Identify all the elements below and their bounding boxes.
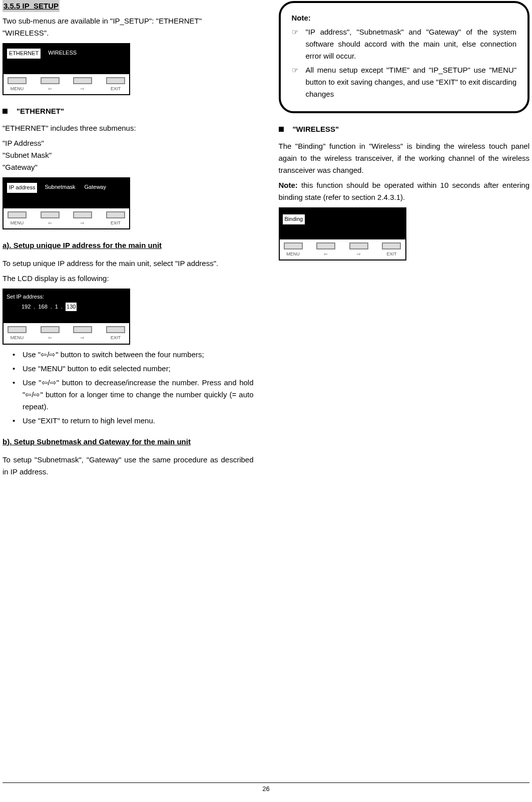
lcd-button-icon	[106, 211, 125, 218]
lcd-label-row: MENU ⇦ ⇨ EXIT	[280, 249, 405, 259]
bullet-item: Use "⇦/⇨" button to switch between the f…	[13, 349, 254, 361]
wireless-heading: "WIRELESS"	[279, 123, 530, 135]
ethernet-sub3: "Gateway"	[3, 161, 254, 173]
page-number: 26	[262, 785, 269, 792]
lcd-exit-label: EXIT	[382, 250, 401, 257]
tab-gateway: Gateway	[83, 182, 108, 192]
lcd-button-icon	[73, 326, 92, 333]
lcd-screen: Binding	[280, 208, 405, 239]
lcd-button-row	[4, 74, 129, 84]
lcd-button-row	[280, 239, 405, 249]
lcd-menu-label: MENU	[284, 250, 303, 257]
lcd-label-row: MENU ⇦ ⇨ EXIT	[4, 333, 129, 343]
lcd-button-icon	[41, 326, 60, 333]
note-item: All menu setup except "TIME" and "IP_SET…	[292, 64, 517, 100]
intro-text-2: "WIRELESS".	[3, 29, 49, 37]
bullet-item: Use "MENU" button to edit selected numbe…	[13, 363, 254, 375]
ethernet-heading-text: "ETHERNET"	[17, 105, 64, 117]
note-box: Note: "IP address", "Subnetmask" and "Ga…	[279, 1, 530, 113]
lcd-button-icon	[8, 211, 27, 218]
lcd-screen: IP address Subnetmask Gateway	[4, 178, 129, 208]
lcd-left-arrow-icon: ⇦	[316, 250, 335, 257]
left-column: 3.5.5 IP_SETUP Two sub-menus are availab…	[3, 0, 254, 481]
lcd-tabs: ETHERNET WIRELESS	[7, 48, 79, 59]
wireless-para: The "Binding" function in "Wireless" is …	[279, 140, 530, 176]
ip-screen-content: Set IP address: 192. 168. 1. 130	[7, 293, 126, 311]
lcd-left-arrow-icon: ⇦	[41, 334, 60, 341]
binding-label: Binding	[283, 214, 305, 224]
para-a2: The LCD display is as following:	[3, 273, 254, 285]
lcd-left-arrow-icon: ⇦	[41, 85, 60, 92]
lcd-tabs: IP address Subnetmask Gateway	[7, 182, 108, 193]
bullet-item: Use "⇦/⇨" button to decrease/increase th…	[13, 377, 254, 413]
ip-octet-1: 192	[22, 303, 31, 312]
lcd-button-icon	[73, 211, 92, 218]
lcd-button-icon	[41, 77, 60, 84]
ethernet-sub1: "IP Address"	[3, 137, 254, 149]
lcd-button-icon	[316, 242, 335, 249]
lcd-right-arrow-icon: ⇨	[73, 85, 92, 92]
lcd-button-icon	[284, 242, 303, 249]
lcd-label-row: MENU ⇦ ⇨ EXIT	[4, 84, 129, 94]
tab-ethernet: ETHERNET	[7, 48, 41, 59]
lcd-button-icon	[8, 77, 27, 84]
tab-subnetmask: Subnetmask	[43, 182, 77, 192]
lcd-button-icon	[106, 326, 125, 333]
ip-octet-4-selected: 130	[66, 303, 77, 312]
wireless-heading-text: "WIRELESS"	[293, 123, 339, 135]
lcd-button-icon	[382, 242, 401, 249]
intro-paragraph: Two sub-menus are available in "IP_SETUP…	[3, 15, 254, 39]
wireless-note-label: Note:	[279, 181, 298, 189]
ip-row: 192. 168. 1. 130	[22, 303, 126, 312]
lcd-button-icon	[349, 242, 368, 249]
page-container: 3.5.5 IP_SETUP Two sub-menus are availab…	[0, 0, 532, 802]
ip-octet-3: 1	[55, 303, 58, 312]
wireless-note-para: Note: this function should be operated w…	[279, 179, 530, 203]
lcd-screen: Set IP address: 192. 168. 1. 130	[4, 290, 129, 323]
lcd-left-arrow-icon: ⇦	[41, 219, 60, 226]
two-column-layout: 3.5.5 IP_SETUP Two sub-menus are availab…	[0, 0, 532, 481]
tab-ipaddress: IP address	[7, 182, 38, 193]
lcd-button-icon	[106, 77, 125, 84]
note-item: "IP address", "Subnetmask" and "Gateway"…	[292, 26, 517, 62]
square-bullet-icon	[279, 127, 284, 132]
lcd-button-row	[4, 323, 129, 333]
lcd-button-icon	[73, 77, 92, 84]
note-heading: Note:	[292, 12, 517, 24]
lcd-menu-label: MENU	[8, 85, 27, 92]
note-list: "IP address", "Subnetmask" and "Gateway"…	[292, 26, 517, 100]
tab-wireless: WIRELESS	[46, 48, 79, 58]
lcd-right-arrow-icon: ⇨	[73, 219, 92, 226]
lcd-button-icon	[8, 326, 27, 333]
bullet-item: Use "EXIT" to return to high level menu.	[13, 415, 254, 427]
lcd-button-row	[4, 208, 129, 218]
lcd-exit-label: EXIT	[106, 334, 125, 341]
lcd-screenshot-binding: Binding MENU ⇦ ⇨ EXIT	[279, 207, 406, 260]
lcd-right-arrow-icon: ⇨	[349, 250, 368, 257]
set-ip-label: Set IP address:	[7, 293, 126, 302]
lcd-exit-label: EXIT	[106, 85, 125, 92]
lcd-menu-label: MENU	[8, 219, 27, 226]
lcd-button-icon	[41, 211, 60, 218]
lcd-right-arrow-icon: ⇨	[73, 334, 92, 341]
lcd-exit-label: EXIT	[106, 219, 125, 226]
para-b: To setup "Subnetmask", "Gateway" use the…	[3, 454, 254, 478]
instructions-list: Use "⇦/⇨" button to switch between the f…	[3, 349, 254, 427]
heading-a: a). Setup unique IP address for the main…	[3, 239, 254, 251]
lcd-screenshot-ethernet-submenu: IP address Subnetmask Gateway MENU ⇦ ⇨ E…	[3, 177, 130, 229]
lcd-screenshot-ipsetup: ETHERNET WIRELESS MENU ⇦ ⇨ EXIT	[3, 43, 130, 95]
ethernet-sub2: "Subnet Mask"	[3, 149, 254, 161]
square-bullet-icon	[3, 109, 8, 114]
intro-text-1: Two sub-menus are available in "IP_SETUP…	[3, 17, 202, 25]
lcd-menu-label: MENU	[8, 334, 27, 341]
ethernet-heading: "ETHERNET"	[3, 105, 254, 117]
wireless-note-text: this function should be operated within …	[279, 181, 530, 201]
section-title: 3.5.5 IP_SETUP	[3, 0, 60, 12]
right-column: Note: "IP address", "Subnetmask" and "Ga…	[279, 0, 530, 481]
ip-octet-2: 168	[38, 303, 47, 312]
page-footer: 26	[3, 782, 529, 794]
para-a1: To setup unique IP address for the main …	[3, 257, 254, 270]
ethernet-intro: "ETHERNET" includes three submenus:	[3, 122, 254, 134]
lcd-screen: ETHERNET WIRELESS	[4, 44, 129, 74]
heading-b: b). Setup Subnetmask and Gateway for the…	[3, 436, 254, 448]
